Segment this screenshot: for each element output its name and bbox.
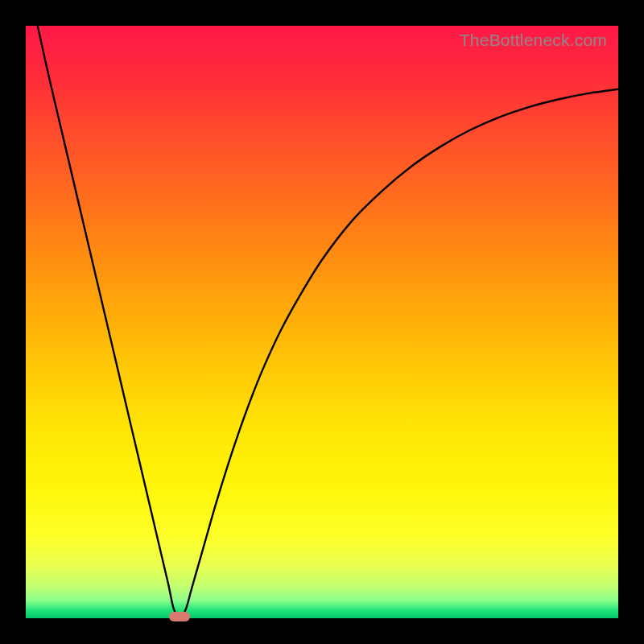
watermark-text: TheBottleneck.com — [460, 31, 607, 50]
bottleneck-curve — [26, 26, 618, 618]
plot-area: TheBottleneck.com — [26, 26, 618, 618]
minimum-marker — [169, 612, 190, 621]
chart-frame: TheBottleneck.com — [0, 0, 644, 644]
